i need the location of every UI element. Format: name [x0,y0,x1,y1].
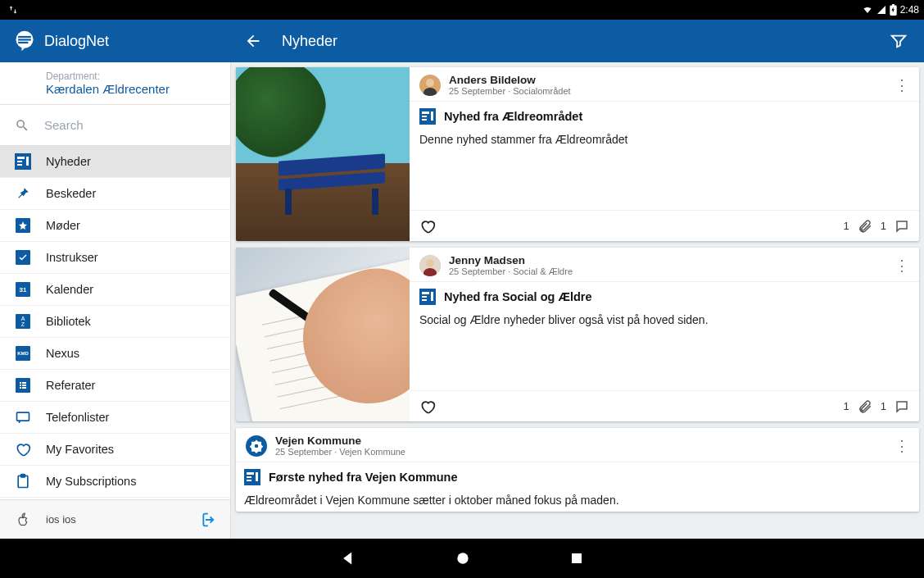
sidebar-item-label: Nexus [46,347,79,360]
news-card[interactable]: Jenny Madsen 25 September · Social & Æld… [236,248,919,421]
comment-count: 1 [881,220,886,232]
avatar [246,435,267,457]
department-selector[interactable]: Department: Kærdalen Ældrecenter [0,62,230,105]
post-text: Social og Ældre nyheder bliver også vist… [410,308,919,390]
nav-recent-icon[interactable] [569,551,584,566]
signal-icon [876,5,886,15]
nav-back-icon[interactable] [340,550,356,567]
svg-rect-5 [17,157,25,159]
svg-rect-41 [572,553,582,563]
news-card[interactable]: Vejen Kommune 25 September · Vejen Kommu… [236,428,919,512]
comment-icon[interactable] [895,219,909,234]
sidebar-item-label: My Subscriptions [46,475,136,488]
svg-rect-14 [22,387,26,389]
attachment-icon[interactable] [858,399,872,414]
department-label: Department: [46,71,184,82]
author-name: Vejen Kommune [275,435,886,447]
svg-rect-22 [422,112,429,114]
post-title: Nyhed fra Social og Ældre [444,290,592,303]
search-input[interactable] [44,118,215,132]
svg-rect-6 [17,161,22,162]
svg-rect-13 [20,387,21,389]
news-badge-icon [419,289,436,305]
svg-rect-8 [26,157,29,166]
svg-rect-25 [431,112,433,121]
svg-rect-1 [18,36,31,38]
like-icon[interactable] [419,398,436,415]
heart-icon [15,441,31,457]
post-meta: 25 September · Socialområdet [449,86,886,96]
svg-point-40 [457,553,468,563]
comment-icon[interactable] [895,399,909,414]
more-icon[interactable]: ⋮ [895,258,909,273]
svg-rect-23 [422,116,427,117]
sidebar-item-phonelists[interactable]: Telefonlister [0,402,230,434]
sidebar-item-nexus[interactable]: KMD Nexus [0,338,230,370]
sidebar-item-label: Instrukser [46,251,98,264]
more-icon[interactable]: ⋮ [895,78,909,93]
avatar [419,255,441,276]
app-logo-icon [13,30,36,52]
clock-text: 2:48 [900,4,919,16]
news-badge-icon [244,469,260,485]
search-row[interactable] [0,105,230,146]
svg-rect-39 [256,472,258,481]
svg-rect-32 [422,299,427,301]
sidebar-item-favorites[interactable]: My Favorites [0,434,230,466]
svg-rect-37 [247,476,251,478]
filter-icon[interactable] [890,32,908,50]
sidebar-item-instructions[interactable]: Instrukser [0,242,230,274]
author-name: Jenny Madsen [449,254,886,266]
sidebar: Department: Kærdalen Ældrecenter Nyheder [0,62,231,539]
sidebar-item-label: My Favorites [46,443,114,456]
post-title: Første nyhed fra Vejen Kommune [269,471,457,484]
sidebar-item-calendar[interactable]: 31 Kalender [0,274,230,306]
news-icon [15,153,31,170]
apple-icon [15,511,31,529]
sidebar-footer: ios ios [0,499,230,539]
sidebar-item-meetings[interactable]: Møder [0,210,230,242]
more-icon[interactable]: ⋮ [895,439,909,453]
like-icon[interactable] [419,218,436,234]
attachment-count: 1 [844,220,849,232]
post-text: Denne nyhed stammer fra Ældreområdet [410,128,919,210]
calendar-icon: 31 [15,281,31,298]
wifi-icon [862,5,873,15]
svg-rect-11 [20,385,21,386]
sidebar-item-news[interactable]: Nyheder [0,146,230,178]
sidebar-item-label: Kalender [46,283,93,296]
nav-home-icon[interactable] [455,550,471,567]
android-status-bar: 2:48 [0,0,924,20]
news-card[interactable]: Anders Bildelow 25 September · Socialomr… [236,67,919,241]
attachment-icon[interactable] [858,219,872,234]
battery-icon [890,4,897,16]
az-icon: AZ [15,313,31,330]
sidebar-item-messages[interactable]: Beskeder [0,178,230,210]
svg-rect-7 [17,164,22,166]
app-name: DialogNet [44,33,109,50]
sidebar-item-minutes[interactable]: Referater [0,370,230,402]
sync-icon [8,5,18,15]
svg-point-19 [426,79,434,87]
kmd-icon: KMD [15,345,31,362]
post-text: Ældreområdet i Vejen Kommune sætter i ok… [236,489,919,512]
svg-rect-31 [422,296,427,298]
sidebar-item-subscriptions[interactable]: My Subscriptions [0,466,230,498]
comment-count: 1 [881,400,886,412]
app-header: DialogNet Nyheder [0,20,924,62]
news-thumbnail [236,248,410,421]
search-icon [15,118,29,133]
department-name: Kærdalen Ældrecenter [46,82,184,96]
svg-rect-24 [422,119,427,121]
logout-icon[interactable] [197,511,215,529]
star-icon [15,217,31,234]
clipboard-icon [15,473,31,489]
sidebar-item-library[interactable]: AZ Bibliotek [0,306,230,338]
back-icon[interactable] [244,32,262,50]
news-badge-icon [419,108,436,125]
svg-rect-12 [22,385,26,386]
sidebar-item-label: Møder [46,219,80,232]
svg-rect-33 [431,292,433,301]
svg-point-27 [426,259,434,267]
avatar [419,75,441,96]
